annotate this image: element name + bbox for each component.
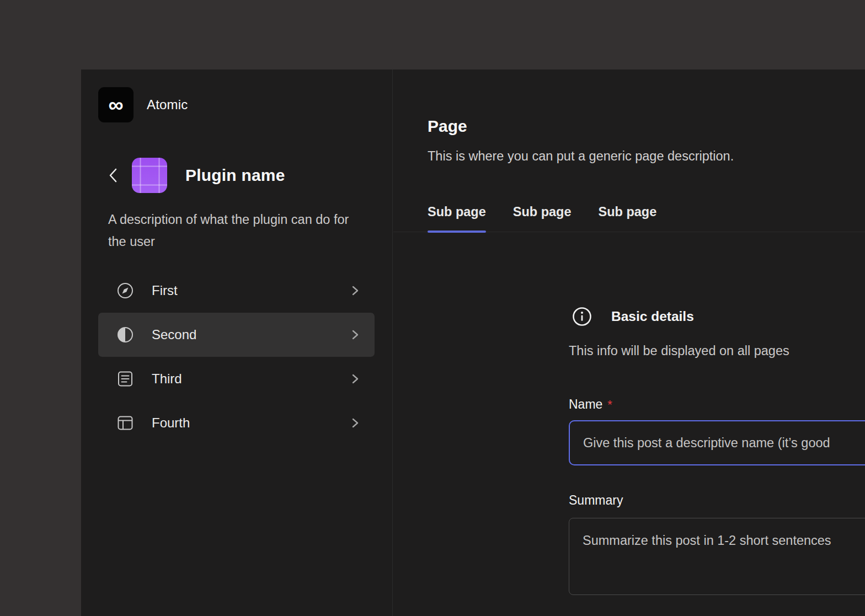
basic-details-section: Basic details This info will be displaye… bbox=[569, 307, 865, 595]
section-header: Basic details bbox=[569, 307, 865, 326]
app-window: ∞ Atomic bbox=[81, 69, 865, 616]
name-field-label: Name* bbox=[569, 401, 612, 410]
sidebar-item-third[interactable]: Third bbox=[98, 357, 375, 401]
sidebar-nav: First Second bbox=[98, 269, 375, 445]
tab-label: Sub page bbox=[428, 205, 486, 219]
page-description: This is where you can put a generic page… bbox=[428, 149, 734, 164]
brand-row: ∞ Atomic bbox=[98, 87, 188, 122]
sidebar-item-label: First bbox=[152, 283, 178, 298]
sidebar: ∞ Atomic bbox=[81, 69, 393, 616]
tab-label: Sub page bbox=[599, 205, 657, 219]
compass-icon bbox=[116, 282, 134, 299]
plugin-name: Plugin name bbox=[185, 166, 285, 185]
tab-bar: Sub page Sub page Sub page bbox=[428, 205, 656, 232]
section-subtitle: This info will be displayed on all pages bbox=[569, 343, 865, 358]
tab-sub-page-3[interactable]: Sub page bbox=[599, 205, 657, 232]
page-header: Page This is where you can put a generic… bbox=[393, 69, 865, 232]
active-tab-underline bbox=[428, 231, 486, 233]
summary-field-label: Summary bbox=[569, 497, 623, 506]
page-title: Page bbox=[428, 117, 467, 136]
summary-field-group: Summary bbox=[569, 493, 865, 595]
chevron-left-icon bbox=[108, 167, 119, 184]
sidebar-item-label: Fourth bbox=[152, 415, 190, 431]
sidebar-item-label: Third bbox=[152, 371, 182, 387]
section-title: Basic details bbox=[611, 309, 694, 324]
contrast-icon bbox=[116, 326, 134, 344]
tab-sub-page-1[interactable]: Sub page bbox=[428, 205, 486, 232]
chevron-right-icon bbox=[350, 372, 359, 385]
sidebar-item-label: Second bbox=[152, 327, 196, 342]
summary-textarea[interactable] bbox=[569, 518, 865, 595]
sidebar-item-first[interactable]: First bbox=[98, 269, 375, 313]
plugin-header: Plugin name bbox=[81, 158, 392, 193]
name-input[interactable] bbox=[569, 420, 865, 465]
chevron-right-icon bbox=[350, 416, 359, 430]
back-button[interactable] bbox=[105, 167, 121, 184]
tab-label: Sub page bbox=[513, 205, 572, 219]
document-icon bbox=[116, 370, 134, 388]
chevron-right-icon bbox=[350, 284, 359, 297]
plugin-description: A description of what the plugin can do … bbox=[108, 208, 363, 253]
infinity-icon: ∞ bbox=[98, 87, 134, 122]
sidebar-item-fourth[interactable]: Fourth bbox=[98, 401, 375, 445]
tab-sub-page-2[interactable]: Sub page bbox=[513, 205, 572, 232]
info-icon bbox=[572, 307, 592, 326]
chevron-right-icon bbox=[350, 328, 359, 341]
layout-icon bbox=[116, 414, 134, 432]
brand-name: Atomic bbox=[147, 97, 188, 113]
required-asterisk: * bbox=[607, 398, 612, 411]
name-field-group: Name* bbox=[569, 397, 865, 465]
sidebar-item-second[interactable]: Second bbox=[98, 313, 375, 357]
plugin-grid-icon bbox=[132, 158, 167, 193]
main-content: Page This is where you can put a generic… bbox=[393, 69, 865, 616]
